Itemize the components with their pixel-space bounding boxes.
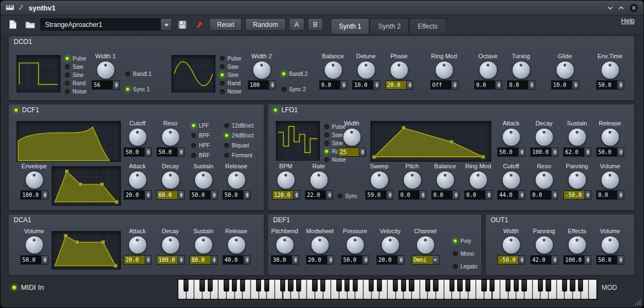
reset-button[interactable]: Reset: [209, 18, 242, 31]
spin-arrows[interactable]: [177, 148, 184, 156]
attack-spinbox[interactable]: 20.0: [124, 190, 152, 200]
spin-arrows[interactable]: [419, 191, 426, 199]
black-key[interactable]: [199, 279, 204, 292]
black-key[interactable]: [506, 279, 510, 292]
sustain-knob[interactable]: [195, 237, 212, 254]
spin-arrows[interactable]: [113, 81, 119, 89]
dco1-osc1-shape-rand[interactable]: Rand: [65, 80, 86, 86]
modwheel-knob[interactable]: [312, 237, 329, 254]
sweep-knob[interactable]: [371, 172, 388, 189]
bpm-spinbox[interactable]: 120.0: [272, 190, 300, 200]
reso-spinbox[interactable]: 0.0: [530, 190, 558, 200]
decay-spinbox[interactable]: 60.0: [157, 190, 185, 200]
spin-arrows[interactable]: [617, 148, 624, 156]
release-knob[interactable]: [228, 172, 245, 189]
help-link[interactable]: Help: [621, 17, 635, 25]
open-preset-button[interactable]: [23, 18, 37, 31]
volume-knob[interactable]: [26, 237, 43, 254]
width1-spinbox[interactable]: 56: [92, 80, 120, 90]
black-key[interactable]: [184, 279, 188, 292]
dcf1-slope-biquad[interactable]: Biquad: [224, 142, 249, 148]
black-key[interactable]: [570, 279, 575, 292]
dcf1-type-brf[interactable]: BRF: [191, 152, 210, 158]
black-key[interactable]: [393, 279, 398, 292]
pin-icon[interactable]: [18, 3, 25, 13]
release-spinbox[interactable]: 40.0: [223, 255, 251, 265]
spin-arrows[interactable]: [326, 191, 332, 199]
resize-grip[interactable]: [634, 298, 641, 305]
dco1-osc2-shape-rand[interactable]: Rand: [220, 80, 241, 86]
shade-up-icon[interactable]: [618, 6, 624, 10]
black-key[interactable]: [288, 279, 293, 292]
balance-knob[interactable]: [325, 62, 342, 79]
save-preset-button[interactable]: [175, 18, 189, 31]
detune-knob[interactable]: [358, 62, 375, 79]
pitchbend-spinbox[interactable]: 30.0: [271, 255, 299, 265]
spin-arrows[interactable]: [293, 191, 299, 199]
spin-arrows[interactable]: [397, 256, 404, 264]
spin-arrows[interactable]: [584, 191, 591, 199]
black-key[interactable]: [578, 279, 583, 292]
sustain-knob[interactable]: [569, 129, 586, 146]
dcf1-type-lpf[interactable]: LPF: [191, 122, 209, 129]
spin-arrows[interactable]: [177, 256, 184, 264]
spin-arrows[interactable]: [518, 256, 525, 264]
black-key[interactable]: [514, 279, 519, 292]
mod-label[interactable]: MOD: [602, 284, 617, 292]
spin-arrows[interactable]: [617, 81, 624, 89]
spin-arrows[interactable]: [518, 191, 525, 199]
black-key[interactable]: [345, 279, 349, 292]
balance-spinbox[interactable]: 0.0: [431, 190, 459, 200]
phase-knob[interactable]: [391, 62, 408, 79]
attack-spinbox[interactable]: 50.0: [497, 147, 525, 157]
sustain-spinbox[interactable]: 62.0: [563, 147, 591, 157]
ringmod-knob[interactable]: [436, 62, 453, 79]
spin-arrows[interactable]: [584, 148, 591, 156]
decay-knob[interactable]: [162, 237, 179, 254]
lfo-width-knob[interactable]: [343, 129, 360, 146]
lfo1-wave-display[interactable]: [276, 121, 320, 161]
black-key[interactable]: [425, 279, 430, 292]
spin-arrows[interactable]: [551, 191, 558, 199]
channel-combo[interactable]: Omni: [412, 255, 440, 265]
bpm-knob[interactable]: [277, 172, 295, 189]
tuning-spinbox[interactable]: 0.0: [507, 80, 535, 90]
dco1-bandl2-radio[interactable]: Bandl.2: [281, 70, 308, 77]
spin-arrows[interactable]: [243, 256, 250, 264]
volume-spinbox[interactable]: 0.0: [596, 190, 624, 200]
sustain-spinbox[interactable]: 80.0: [190, 255, 218, 265]
cutoff-knob[interactable]: [129, 129, 146, 146]
spin-arrows[interactable]: [528, 81, 535, 89]
spin-arrows[interactable]: [451, 81, 458, 89]
spin-arrows[interactable]: [177, 191, 184, 199]
effects-knob[interactable]: [569, 237, 586, 254]
black-key[interactable]: [433, 279, 438, 292]
def1-mode-legato[interactable]: Legato: [453, 263, 478, 270]
black-key[interactable]: [377, 279, 382, 292]
velocity-knob[interactable]: [382, 237, 399, 254]
glide-knob[interactable]: [557, 62, 574, 79]
effects-spinbox[interactable]: 100.0: [563, 255, 591, 265]
dcf1-filter-display[interactable]: [16, 121, 121, 162]
spin-arrows[interactable]: [452, 191, 459, 199]
ringmod-spinbox[interactable]: 0.0: [464, 190, 492, 200]
tuning-knob[interactable]: [513, 62, 530, 79]
spin-arrows[interactable]: [243, 191, 250, 199]
black-key[interactable]: [232, 279, 237, 292]
dcf1-envelope-display[interactable]: [52, 166, 121, 206]
black-key[interactable]: [240, 279, 245, 292]
spin-arrows[interactable]: [41, 191, 48, 199]
black-key[interactable]: [353, 279, 358, 292]
dco1-osc2-shape-pulse[interactable]: Pulse: [220, 55, 241, 62]
black-key[interactable]: [296, 279, 301, 292]
black-key[interactable]: [336, 279, 341, 292]
width-knob[interactable]: [503, 237, 520, 254]
random-button[interactable]: Random: [245, 18, 285, 31]
dco1-osc2-shape-sine[interactable]: Sine: [220, 72, 238, 78]
dco1-osc1-wave-display[interactable]: [16, 55, 60, 92]
octave-knob[interactable]: [480, 62, 497, 79]
channel-knob[interactable]: [417, 237, 434, 254]
volume-knob[interactable]: [602, 237, 619, 254]
def1-mode-poly[interactable]: Poly: [453, 238, 471, 244]
spin-arrows[interactable]: [269, 81, 275, 89]
